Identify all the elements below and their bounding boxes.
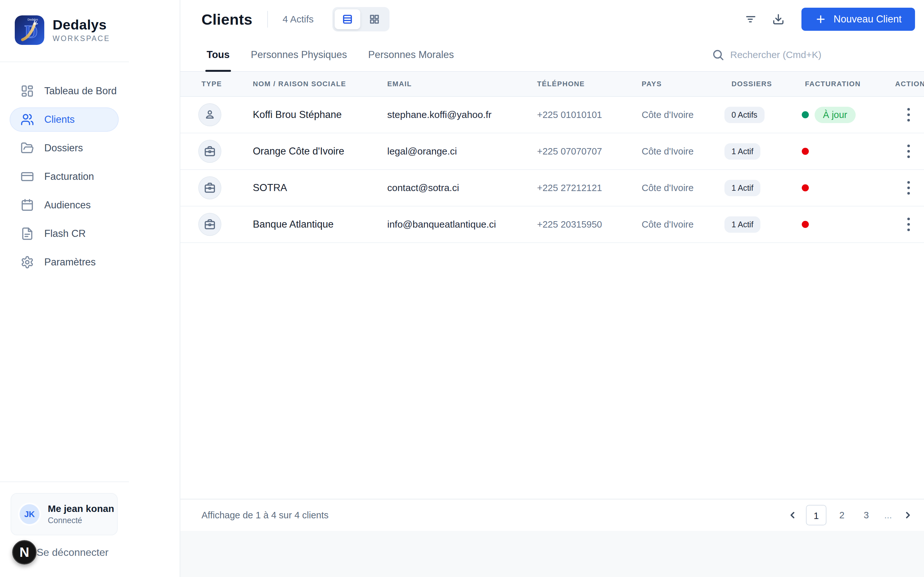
sidebar-item-label: Audiences	[44, 199, 91, 211]
client-name: Orange Côte d'Ivoire	[253, 145, 387, 157]
prev-page-button[interactable]	[785, 508, 800, 522]
sidebar-item-facturation[interactable]: Facturation	[10, 164, 119, 189]
briefcase-icon	[204, 145, 216, 157]
plus-icon	[815, 13, 827, 25]
briefcase-icon	[204, 182, 216, 194]
dossiers-badge: 1 Actif	[724, 143, 760, 160]
tab-personnes-morales[interactable]: Personnes Morales	[368, 39, 454, 71]
table-row[interactable]: SOTRA contact@sotra.ci +225 27212121 Côt…	[180, 170, 924, 206]
sidebar-item-label: Flash CR	[44, 228, 86, 239]
facturation-status-dot	[802, 221, 809, 228]
page-ellipsis: ...	[882, 510, 895, 521]
sidebar-item-label: Paramètres	[44, 256, 95, 268]
sidebar-item-label: Clients	[44, 114, 75, 125]
export-button[interactable]	[770, 11, 787, 27]
view-toggle	[333, 7, 389, 31]
person-icon	[204, 109, 216, 121]
client-country: Côte d'Ivoire	[642, 219, 732, 230]
client-phone: +225 01010101	[537, 110, 642, 120]
list-view-button[interactable]	[334, 9, 360, 29]
facturation-status-dot	[802, 184, 809, 191]
brand: D Dedalys Dedalys WORKSPACE	[15, 15, 110, 45]
table-header: TYPE NOM / RAISON SOCIALE EMAIL TÉLÉPHON…	[180, 72, 924, 97]
pagination: 1 2 3 ...	[785, 505, 915, 525]
logout-label: Se déconnecter	[37, 546, 108, 558]
type-cell	[202, 103, 253, 126]
row-actions-menu[interactable]	[904, 141, 913, 161]
list-view-icon	[342, 13, 353, 25]
client-country: Côte d'Ivoire	[642, 110, 732, 120]
type-cell	[202, 176, 253, 199]
facturation-cell: À jour	[802, 107, 895, 123]
svg-text:Dedalys: Dedalys	[27, 18, 38, 21]
sidebar-nav: Tableau de Bord Clients Dossiers Factura…	[10, 79, 119, 279]
sidebar-item-label: Facturation	[44, 171, 94, 182]
tab-tous[interactable]: Tous	[207, 39, 230, 71]
col-facturation: FACTURATION	[805, 80, 895, 88]
tabs-row: Tous Personnes Physiques Personnes Moral…	[180, 39, 924, 72]
results-summary: Affichage de 1 à 4 sur 4 clients	[202, 510, 328, 521]
sidebar-item-audiences[interactable]: Audiences	[10, 193, 119, 218]
sidebar-item-tableau-de-bord[interactable]: Tableau de Bord	[10, 79, 119, 103]
table-row[interactable]: Koffi Brou Stéphane stephane.koffi@yahoo…	[180, 97, 924, 133]
page-1[interactable]: 1	[806, 505, 827, 525]
header-divider	[267, 11, 268, 27]
grid-view-button[interactable]	[362, 9, 387, 29]
row-actions-menu[interactable]	[904, 214, 913, 234]
row-actions-menu[interactable]	[904, 178, 913, 198]
users-icon	[21, 113, 34, 126]
page-title: Clients	[202, 11, 252, 28]
dossiers-badge: 1 Actif	[724, 216, 760, 233]
grid-view-icon	[368, 13, 380, 25]
col-type: TYPE	[202, 80, 253, 88]
nextjs-dev-badge[interactable]: N	[12, 540, 37, 564]
user-card[interactable]: JK Me jean konan Connecté	[11, 493, 118, 535]
type-cell	[202, 140, 253, 163]
client-name: Banque Atlantique	[253, 219, 387, 230]
client-country: Côte d'Ivoire	[642, 183, 732, 193]
download-icon	[772, 13, 784, 25]
tab-personnes-physiques[interactable]: Personnes Physiques	[251, 39, 347, 71]
row-actions-menu[interactable]	[904, 105, 913, 125]
client-email: info@banqueatlantique.ci	[387, 219, 537, 230]
col-dossiers: DOSSIERS	[732, 80, 805, 88]
brand-name: Dedalys	[53, 17, 110, 32]
gear-icon	[21, 255, 34, 269]
filter-icon	[745, 13, 757, 25]
facturation-status-dot	[802, 148, 809, 155]
brand-text: Dedalys WORKSPACE	[53, 17, 110, 43]
sidebar-item-parametres[interactable]: Paramètres	[10, 250, 119, 274]
client-email: legal@orange.ci	[387, 146, 537, 157]
active-count: 4 Actifs	[283, 14, 314, 25]
col-action: ACTION	[895, 80, 924, 88]
table-row[interactable]: Banque Atlantique info@banqueatlantique.…	[180, 206, 924, 243]
facturation-cell	[802, 148, 895, 155]
header-actions: Nouveau Client	[742, 8, 915, 31]
sidebar-item-flash-cr[interactable]: Flash CR	[10, 221, 119, 246]
client-type-avatar	[198, 213, 221, 236]
dossiers-badge: 1 Actif	[724, 180, 760, 196]
new-client-label: Nouveau Client	[834, 13, 901, 25]
client-name: SOTRA	[253, 182, 387, 193]
dashboard-icon	[21, 84, 34, 98]
sidebar-item-dossiers[interactable]: Dossiers	[10, 136, 119, 160]
client-phone: +225 07070707	[537, 146, 642, 157]
briefcase-icon	[204, 218, 216, 230]
page-3[interactable]: 3	[857, 506, 875, 525]
next-page-button[interactable]	[901, 508, 915, 522]
sidebar: D Dedalys Dedalys WORKSPACE Tableau de B…	[0, 0, 180, 577]
table-body: Koffi Brou Stéphane stephane.koffi@yahoo…	[180, 97, 924, 243]
facturation-cell	[802, 221, 895, 228]
col-telephone: TÉLÉPHONE	[537, 80, 642, 88]
filter-button[interactable]	[742, 11, 759, 27]
client-phone: +225 27212121	[537, 183, 642, 193]
search-input[interactable]	[730, 49, 867, 61]
new-client-button[interactable]: Nouveau Client	[801, 8, 915, 31]
table-row[interactable]: Orange Côte d'Ivoire legal@orange.ci +22…	[180, 133, 924, 170]
sidebar-divider-top	[0, 61, 129, 62]
user-status: Connecté	[48, 516, 114, 525]
client-email: contact@sotra.ci	[387, 182, 537, 193]
client-phone: +225 20315950	[537, 219, 642, 230]
sidebar-item-clients[interactable]: Clients	[10, 107, 119, 132]
page-2[interactable]: 2	[833, 506, 851, 525]
